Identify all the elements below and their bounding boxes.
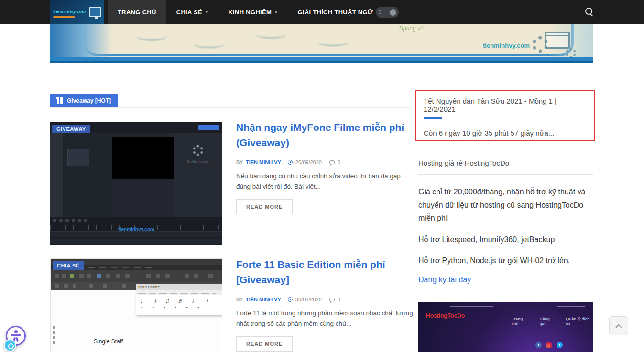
article-thumbnail-imyfone[interactable]: GIVEAWAY No item to edit tienminhvy.com [50, 122, 222, 245]
author-link[interactable]: TIỀN MINH VY [246, 160, 281, 165]
dark-mode-toggle[interactable]: ☾ [376, 7, 399, 18]
chat-widget-button[interactable] [4, 339, 16, 352]
thumb-panel-note: No item to edit [174, 160, 222, 163]
thumb-caption: Single Staff [94, 338, 123, 345]
banner-note: Spring v2 [399, 25, 424, 32]
site-logo-text: tienminhvy.com [53, 6, 86, 18]
scroll-to-top-button[interactable] [609, 316, 628, 335]
thumb-media-panel [63, 133, 112, 217]
read-more-button[interactable]: READ MORE [236, 336, 293, 352]
gear-icon [566, 48, 576, 58]
promo-nav-item: Quản lý dịch vụ [566, 317, 593, 326]
twitter-icon: t [557, 342, 563, 348]
hostingtocdo-banner[interactable]: HostingTocDo Trang chủ Bảng giá Quản lý … [418, 302, 593, 352]
main-menu: TRANG CHỦ CHIA SẺ ▾ KINH NGHIỆM ▾ GIẢI T… [108, 0, 389, 24]
category-badge: CHIA SẺ [53, 261, 84, 270]
article-date: 20/09/2020 [295, 160, 322, 165]
section-divider [50, 107, 411, 108]
nav-item-share[interactable]: CHIA SẺ ▾ [166, 0, 218, 24]
input-palette-window: Input Palette ♩ ♪ ♫ ♬ ♩ ♪ • • • • • • [136, 284, 222, 315]
article-excerpt: Nếu bạn đang có nhu cầu chỉnh sửa video … [236, 171, 415, 192]
chevron-down-icon: ▾ [206, 10, 208, 15]
nav-item-experience-label: KINH NGHIỆM [228, 9, 272, 16]
gear-icon [193, 145, 203, 156]
nav-item-glossary-label: GIẢI THÍCH THUẬT NGỮ [297, 9, 373, 16]
thumb-video-preview [112, 137, 174, 179]
article-forte: Forte 11 Basic Edition miễn phí [Giveawa… [236, 257, 415, 352]
article-meta: BY TIỀN MINH VY 20/09/2020 0 [236, 160, 415, 165]
article-title-link[interactable]: Forte 11 Basic Edition miễn phí [Giveawa… [236, 257, 415, 287]
chevron-up-icon [615, 324, 622, 328]
by-label: BY [236, 160, 243, 165]
read-more-button[interactable]: READ MORE [236, 199, 293, 214]
hosting-paragraph: Hỗ trợ Litespeed, Imunify360, jetBackup [418, 233, 594, 246]
music-notes: ♩ ♪ ♫ ♬ ♩ ♪ [136, 295, 222, 304]
chat-icon [8, 343, 14, 349]
thumb-properties-panel: No item to edit [174, 133, 222, 217]
tab-giveaway-label: Giveaway [HOT] [67, 97, 111, 104]
promo-email-text [450, 306, 493, 307]
by-label: BY [236, 297, 243, 302]
promo-nav: Trang chủ Bảng giá Quản lý dịch vụ [512, 317, 593, 326]
banner-left-gradient [50, 24, 112, 61]
promo-login-text [557, 306, 585, 307]
article-imyfone: Nhận ngay iMyFone Filme miễn phí (Giveaw… [236, 120, 415, 214]
thumb-timeline-track [50, 238, 222, 244]
hosting-paragraph: Hỗ trợ Python, Node.js từ gói WH-02 trở … [418, 254, 594, 267]
nav-item-home[interactable]: TRANG CHỦ [108, 0, 166, 24]
promo-nav-item: Bảng giá [540, 317, 556, 326]
countdown-accent-bar [424, 117, 442, 119]
article-date: 30/08/2020 [295, 297, 322, 302]
countdown-remaining: Còn 6 ngày 10 giờ 35 phút 57 giây nữa... [424, 129, 587, 137]
hosting-paragraph: Giá chỉ từ 20,000đ/tháng, nhận hỗ trợ kỹ… [418, 185, 594, 225]
search-button[interactable] [585, 7, 594, 17]
hosting-signup-link[interactable]: Đăng ký tại đây [418, 276, 471, 284]
computer-icon [89, 7, 101, 17]
comment-count[interactable]: 0 [338, 297, 340, 302]
page: tienminhvy.com TRANG CHỦ CHIA SẺ ▾ KINH … [0, 0, 644, 352]
hosting-widget-body: Giá chỉ từ 20,000đ/tháng, nhận hỗ trợ kỹ… [418, 185, 594, 284]
music-dots: • • • • • • [136, 304, 222, 310]
article-meta: BY TIỀN MINH VY 30/08/2020 0 [236, 297, 415, 302]
palette-title: Input Palette [136, 284, 222, 290]
comment-count[interactable]: 0 [338, 160, 340, 165]
nav-item-experience[interactable]: KINH NGHIỆM ▾ [218, 0, 287, 24]
clock-icon [288, 160, 293, 165]
banner-watermark: tienminhvy.com [483, 42, 530, 49]
category-badge: GIVEAWAY [52, 125, 90, 133]
author-link[interactable]: TIỀN MINH VY [246, 297, 281, 302]
banner-bottom-bar [50, 57, 593, 61]
banner-doodle [136, 32, 167, 41]
toggle-knob [390, 9, 396, 16]
comment-icon [329, 298, 335, 301]
staff-barline [54, 348, 54, 352]
article-title-link[interactable]: Nhận ngay iMyFone Filme miễn phí (Giveaw… [236, 120, 415, 150]
hostingtocdo-logo: HostingTocDo [426, 312, 465, 319]
promo-social-icons: f i t [535, 342, 563, 348]
instagram-icon: i [546, 342, 552, 348]
top-navbar: tienminhvy.com TRANG CHỦ CHIA SẺ ▾ KINH … [0, 0, 644, 24]
thumb-media-tile [67, 149, 89, 166]
article-excerpt: Forte 11 là một trong những phần mềm soạ… [236, 308, 415, 329]
article-thumbnail-forte[interactable]: CHIA SẺ Single Staff ♩ ♪ ♩ Input Palette… [50, 258, 222, 352]
browser-window-icon [545, 32, 570, 49]
thumb-toolbar [51, 270, 222, 282]
nav-item-glossary[interactable]: GIẢI THÍCH THUẬT NGỮ ▾ [287, 0, 389, 24]
gift-icon [57, 99, 63, 104]
moon-icon: ☾ [378, 9, 384, 15]
gear-icon [532, 36, 548, 53]
thumb-timeline-tools [53, 219, 87, 222]
promo-nav-item: Trang chủ [512, 317, 529, 326]
banner-bottom-line [50, 61, 593, 63]
facebook-icon: f [535, 342, 542, 348]
search-icon [585, 8, 592, 15]
site-name: tienminhvy.com [53, 9, 86, 14]
nav-item-home-label: TRANG CHỦ [118, 9, 156, 16]
comment-icon [329, 160, 335, 164]
banner-doodle [318, 38, 349, 46]
person-icon [14, 330, 18, 333]
tab-giveaway[interactable]: Giveaway [HOT] [50, 94, 118, 107]
site-logo[interactable]: tienminhvy.com [50, 0, 104, 24]
thumb-side-icons [53, 326, 55, 344]
hosting-widget-heading: Hosting giá rẻ HostingTocDo [418, 159, 593, 175]
